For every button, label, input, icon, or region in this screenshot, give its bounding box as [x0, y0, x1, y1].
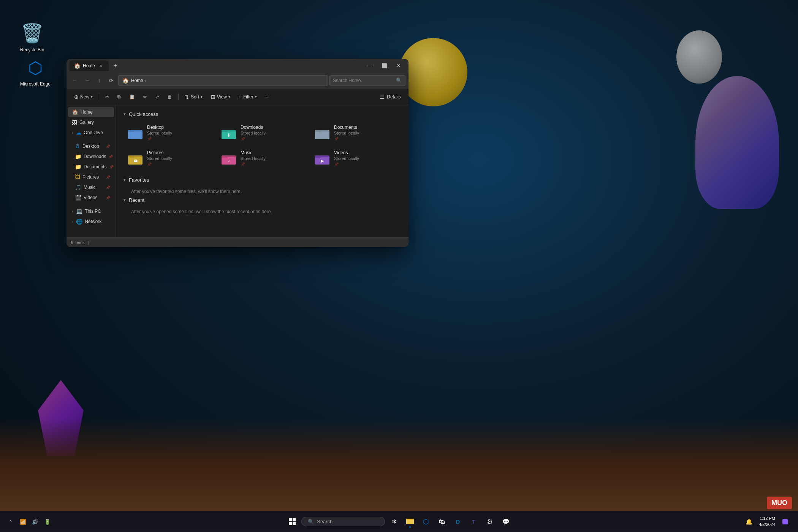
- notification-bell-icon[interactable]: 🔔: [742, 515, 756, 529]
- desktop-icon-recycle-bin[interactable]: 🗑️ Recycle Bin: [17, 19, 47, 55]
- filter-button[interactable]: ≡ Filter ▾: [235, 91, 261, 103]
- sidebar-item-documents[interactable]: 📁 Documents 📌: [68, 162, 114, 172]
- dell-taskbar-button[interactable]: D: [451, 515, 465, 529]
- paste-icon: 📋: [129, 94, 135, 100]
- sort-button[interactable]: ⇅ Sort ▾: [181, 91, 206, 103]
- edge-taskbar-button[interactable]: ⬡: [419, 515, 433, 529]
- desktop-pin-icon: 📌: [106, 144, 110, 149]
- close-button[interactable]: ✕: [392, 60, 405, 71]
- start-button[interactable]: [285, 515, 299, 529]
- thispc-expand-icon: ›: [72, 209, 73, 214]
- share-button[interactable]: ↗: [152, 91, 163, 103]
- paste-button[interactable]: 📋: [125, 91, 139, 103]
- sidebar-item-onedrive[interactable]: › ☁ OneDrive: [68, 128, 114, 138]
- sidebar-item-pictures[interactable]: 🖼 Pictures 📌: [68, 172, 114, 182]
- recent-header[interactable]: ▾ Recent: [124, 197, 401, 203]
- sidebar-item-desktop[interactable]: 🖥 Desktop 📌: [68, 141, 114, 151]
- address-bar: ← → ↑ ⟳ 🏠 Home › 🔍: [66, 73, 408, 89]
- videos-pin-icon: 📌: [106, 196, 110, 200]
- address-input[interactable]: 🏠 Home ›: [118, 75, 328, 86]
- desktop-folder-pin-icon: 📌: [147, 137, 172, 141]
- new-button[interactable]: ⊕ New ▾: [70, 91, 97, 103]
- settings-taskbar-button[interactable]: ⚙: [483, 515, 497, 529]
- videos-folder-name: Videos: [334, 150, 359, 155]
- edge-label: Microsoft Edge: [20, 81, 51, 87]
- more-button[interactable]: ···: [261, 91, 273, 103]
- delete-button[interactable]: 🗑: [164, 91, 176, 103]
- desktop-folder-icon: [127, 125, 143, 141]
- title-bar: 🏠 Home ✕ + — ⬜ ✕: [66, 59, 408, 73]
- desktop-folder-info: Desktop Stored locally 📌: [147, 125, 172, 141]
- music-folder-sub: Stored locally: [241, 156, 266, 161]
- folder-item-downloads[interactable]: ⬇ Downloads Stored locally 📌: [217, 122, 307, 144]
- up-button[interactable]: ↑: [94, 75, 104, 86]
- search-box[interactable]: 🔍: [329, 75, 405, 86]
- sort-label: Sort: [191, 94, 199, 100]
- folder-item-pictures[interactable]: 🏔 Pictures Stored locally 📌: [124, 147, 214, 169]
- sidebar-item-home[interactable]: 🏠 Home: [68, 107, 114, 117]
- onedrive-sidebar-icon: ☁: [76, 130, 81, 136]
- sidebar-item-downloads[interactable]: 📁 Downloads 📌: [68, 152, 114, 162]
- rename-button[interactable]: ✏: [139, 91, 151, 103]
- details-icon: ☰: [380, 94, 385, 100]
- volume-icon[interactable]: 🔊: [30, 517, 40, 526]
- battery-icon[interactable]: 🔋: [43, 517, 52, 526]
- copy-button[interactable]: ⧉: [114, 91, 125, 103]
- teams-icon: T: [472, 519, 476, 525]
- maximize-button[interactable]: ⬜: [377, 60, 391, 71]
- taskbar-search-input[interactable]: [317, 519, 374, 524]
- system-tray-expand-icon[interactable]: ^: [6, 517, 15, 526]
- forward-button[interactable]: →: [82, 75, 92, 86]
- svg-rect-12: [128, 155, 134, 158]
- notification-center-button[interactable]: [778, 515, 792, 529]
- widgets-button[interactable]: ❄: [387, 515, 401, 529]
- svg-text:♪: ♪: [228, 158, 230, 163]
- downloads-folder-icon: ⬇: [221, 125, 237, 141]
- svg-rect-28: [406, 519, 410, 520]
- minimize-button[interactable]: —: [363, 60, 377, 71]
- sidebar-item-this-pc[interactable]: › 💻 This PC: [68, 206, 114, 216]
- feedback-taskbar-icon: 💬: [502, 518, 510, 525]
- view-button[interactable]: ⊞ View ▾: [207, 91, 234, 103]
- music-folder-icon: ♪: [221, 150, 237, 166]
- filter-chevron-icon: ▾: [255, 95, 257, 99]
- search-input[interactable]: [333, 78, 394, 83]
- folder-item-videos[interactable]: ▶ Videos Stored locally 📌: [310, 147, 401, 169]
- favorites-title: Favorites: [129, 177, 149, 183]
- videos-sidebar-icon: 🎬: [75, 195, 81, 201]
- taskbar-time[interactable]: 1:12 PM 4/2/2024: [759, 516, 775, 527]
- teams-taskbar-button[interactable]: T: [467, 515, 481, 529]
- file-explorer-taskbar-button[interactable]: [403, 515, 417, 529]
- details-button[interactable]: ☰ Details: [376, 91, 405, 103]
- refresh-button[interactable]: ⟳: [106, 75, 117, 86]
- sidebar-item-videos[interactable]: 🎬 Videos 📌: [68, 193, 114, 203]
- new-tab-button[interactable]: +: [110, 60, 121, 71]
- gallery-sidebar-icon: 🖼: [72, 119, 77, 125]
- quick-access-header[interactable]: ▾ Quick access: [124, 111, 401, 117]
- cut-button[interactable]: ✂: [101, 91, 113, 103]
- feedback-taskbar-button[interactable]: 💬: [499, 515, 513, 529]
- store-taskbar-button[interactable]: 🛍: [435, 515, 449, 529]
- wifi-icon[interactable]: 📶: [18, 517, 27, 526]
- svg-rect-27: [406, 520, 414, 524]
- taskbar-search-bar[interactable]: 🔍: [301, 517, 385, 526]
- documents-folder-sub: Stored locally: [334, 131, 359, 135]
- svg-text:▶: ▶: [321, 158, 324, 163]
- sidebar-item-music[interactable]: 🎵 Music 📌: [68, 182, 114, 192]
- sidebar-item-network[interactable]: › 🌐 Network: [68, 217, 114, 226]
- desktop-icon-edge[interactable]: ⬡ Microsoft Edge: [17, 53, 54, 90]
- taskbar-search-icon: 🔍: [308, 519, 314, 524]
- folder-item-desktop[interactable]: Desktop Stored locally 📌: [124, 122, 214, 144]
- favorites-header[interactable]: ▾ Favorites: [124, 177, 401, 183]
- svg-rect-23: [293, 518, 296, 521]
- folder-item-music[interactable]: ♪ Music Stored locally 📌: [217, 147, 307, 169]
- folder-item-documents[interactable]: Documents Stored locally 📌: [310, 122, 401, 144]
- videos-folder-pin-icon: 📌: [334, 162, 359, 166]
- home-tab[interactable]: 🏠 Home ✕: [70, 60, 109, 71]
- muo-watermark: MUO: [767, 497, 792, 509]
- close-tab-button[interactable]: ✕: [97, 62, 104, 69]
- desktop-folder-name: Desktop: [147, 125, 172, 130]
- sidebar-item-gallery[interactable]: 🖼 Gallery: [68, 117, 114, 127]
- svg-rect-24: [289, 522, 292, 525]
- clock-time: 1:12 PM: [759, 516, 775, 521]
